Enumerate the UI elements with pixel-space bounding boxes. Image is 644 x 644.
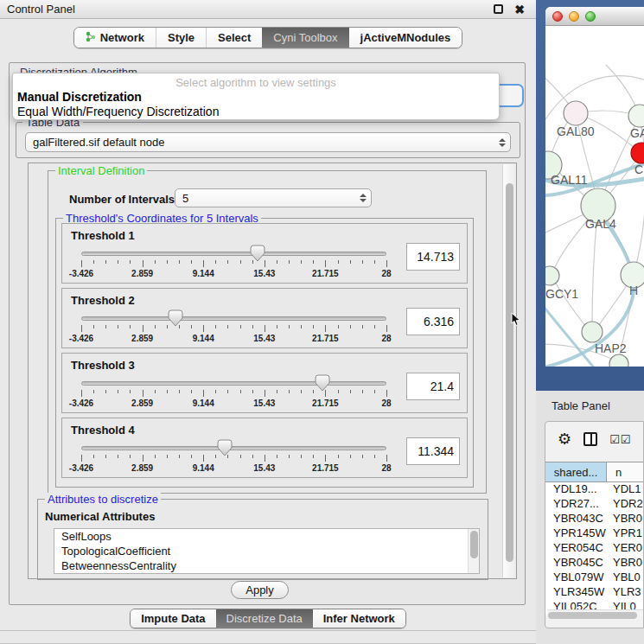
control-panel: Control Panel ✖ NetworkStyleSelectCyni T…	[0, 0, 536, 644]
network-node-label: H	[629, 284, 638, 297]
algorithm-dropdown-popup: Select algorithm to view settings Manual…	[12, 73, 500, 120]
table-horizontal-scrollbar[interactable]	[547, 609, 643, 620]
table-panel-toolbar: ⚙ ☑☑	[545, 422, 643, 456]
tab-label: Select	[218, 31, 251, 44]
slider-track[interactable]	[81, 381, 386, 386]
slider-ticks	[81, 325, 386, 333]
number-of-intervals-combobox[interactable]: 5	[175, 188, 372, 207]
mouse-cursor	[511, 313, 521, 327]
columns-icon[interactable]	[583, 432, 597, 446]
network-node[interactable]	[582, 322, 603, 342]
combo-spinner-icon	[496, 138, 510, 147]
network-icon	[86, 31, 96, 45]
network-node[interactable]	[609, 354, 628, 367]
apply-button[interactable]: Apply	[231, 581, 289, 599]
attributes-scrollbar[interactable]	[468, 529, 479, 573]
threshold-label: Threshold 4	[71, 424, 135, 437]
table-row[interactable]: YDR27...YDR2	[545, 497, 644, 512]
tab-network[interactable]: Network	[74, 28, 156, 48]
zoom-traffic-light-icon[interactable]	[585, 11, 596, 22]
threshold-4-box: Threshold 4-3.4262.8599.14415.4321.71528…	[61, 418, 468, 478]
numerical-attributes-heading: Numerical Attributes	[45, 510, 155, 523]
table-row[interactable]: YBR045CYBR0	[545, 556, 644, 571]
table-row[interactable]: YDL19...YDL1	[545, 482, 644, 497]
network-window-frame: GAL80GACGAL11GAL4GCY1HHAP2	[536, 0, 644, 391]
slider-thumb[interactable]	[217, 439, 233, 456]
tab-select[interactable]: Select	[206, 28, 262, 48]
table-row[interactable]: YPR145WYPR1	[545, 526, 644, 541]
table-panel-box: ⚙ ☑☑ shared... n YDL19...YDL1YDR27...YDR…	[545, 421, 644, 628]
threshold-value-field[interactable]: 14.713	[406, 243, 460, 271]
number-of-intervals-value: 5	[175, 192, 357, 205]
network-node[interactable]	[631, 143, 644, 163]
slider-track[interactable]	[81, 252, 386, 256]
network-node-label: HAP2	[595, 341, 627, 355]
attribute-items: SelfLoopsTopologicalCoefficientBetweenne…	[54, 529, 479, 573]
table-panel-title: Table Panel	[552, 399, 610, 412]
threshold-label: Threshold 1	[71, 229, 135, 242]
gear-icon[interactable]: ⚙	[558, 431, 571, 447]
threshold-label: Threshold 3	[71, 359, 135, 372]
threshold-2-box: Threshold 2-3.4262.8599.14415.4321.71528…	[61, 288, 468, 348]
threshold-1-box: Threshold 1-3.4262.8599.14415.4321.71528…	[61, 223, 468, 284]
table-horizontal-scrollbar-thumb[interactable]	[548, 612, 637, 619]
tab-jactivemnodules[interactable]: jActiveMNodules	[349, 28, 462, 48]
network-node-label: GAL11	[551, 173, 588, 187]
slider-thumb[interactable]	[250, 245, 265, 262]
panel-vertical-scrollbar-thumb[interactable]	[506, 183, 513, 562]
tab-label: Style	[168, 31, 194, 44]
network-window-titlebar[interactable]	[545, 7, 644, 26]
network-node-label: GAL4	[585, 217, 616, 231]
close-traffic-light-icon[interactable]	[552, 11, 563, 22]
bottom-tab-row: Impute DataDiscretize DataInfer Network	[0, 609, 536, 628]
thresholds-container: Threshold 1-3.4262.8599.14415.4321.71528…	[56, 223, 473, 478]
slider-ticks	[81, 390, 386, 398]
algorithm-option-equal-width[interactable]: Equal Width/Frequency Discretization	[13, 104, 499, 118]
table-data-group: galFiltered.sif default node	[16, 122, 520, 158]
column-header-name[interactable]: n	[607, 462, 644, 481]
table-data-combobox[interactable]: galFiltered.sif default node	[25, 132, 511, 152]
close-icon[interactable]: ✖	[514, 3, 525, 16]
tab-style[interactable]: Style	[156, 28, 206, 48]
bottom-tab-discretize-data[interactable]: Discretize Data	[216, 609, 313, 628]
slider-ticks	[81, 455, 386, 462]
network-node[interactable]	[628, 105, 644, 127]
attribute-item[interactable]: TopologicalCoefficient	[54, 544, 479, 558]
panel-vertical-scrollbar[interactable]	[502, 164, 515, 577]
threshold-value-field[interactable]: 11.344	[406, 437, 460, 465]
node-table: shared... n YDL19...YDL1YDR27...YDR2YBR0…	[545, 462, 644, 615]
table-row[interactable]: YBR043CYBR0	[545, 512, 644, 526]
table-data-combobox-value: galFiltered.sif default node	[26, 136, 496, 149]
attributes-group: Attributes to discretize Numerical Attri…	[37, 499, 488, 580]
tab-cyni-toolbox[interactable]: Cyni Toolbox	[262, 28, 348, 48]
table-row[interactable]: YBL079WYBL0	[545, 571, 644, 585]
slider-thumb[interactable]	[168, 309, 183, 327]
tab-label: jActiveMNodules	[360, 31, 451, 44]
threshold-value-field[interactable]: 21.4	[406, 373, 460, 400]
slider-thumb[interactable]	[315, 374, 330, 392]
bottom-tab-infer-network[interactable]: Infer Network	[313, 609, 405, 628]
table-row[interactable]: YLR345WYLR3	[545, 585, 644, 600]
footer-divider	[0, 630, 536, 631]
attribute-item[interactable]: BetweennessCentrality	[54, 558, 479, 573]
tab-label: Cyni Toolbox	[273, 31, 337, 44]
network-node[interactable]	[564, 101, 588, 125]
settings-scroll-panel: Interval Definition Number of Intervals …	[28, 163, 517, 579]
algorithm-option-manual[interactable]: Manual Discretization	[13, 89, 499, 104]
minimize-traffic-light-icon[interactable]	[569, 11, 579, 22]
network-node[interactable]	[545, 266, 559, 285]
tab-label: Network	[100, 31, 144, 44]
attributes-group-title: Attributes to discretize	[45, 493, 161, 506]
checkbox-icons[interactable]: ☑☑	[609, 433, 631, 446]
table-row[interactable]: YER054CYER0	[545, 541, 644, 556]
column-header-shared-name[interactable]: shared...	[545, 462, 607, 481]
threshold-value-field[interactable]: 6.316	[406, 308, 460, 335]
attributes-scrollbar-thumb[interactable]	[470, 531, 478, 558]
bottom-tab-impute-data[interactable]: Impute Data	[131, 609, 215, 628]
slider-track[interactable]	[81, 316, 386, 321]
control-panel-title: Control Panel	[0, 3, 494, 16]
attribute-item[interactable]: SelfLoops	[54, 529, 479, 544]
network-canvas[interactable]: GAL80GACGAL11GAL4GCY1HHAP2	[545, 26, 644, 367]
float-window-icon[interactable]	[494, 4, 503, 14]
slider-track[interactable]	[81, 446, 386, 450]
